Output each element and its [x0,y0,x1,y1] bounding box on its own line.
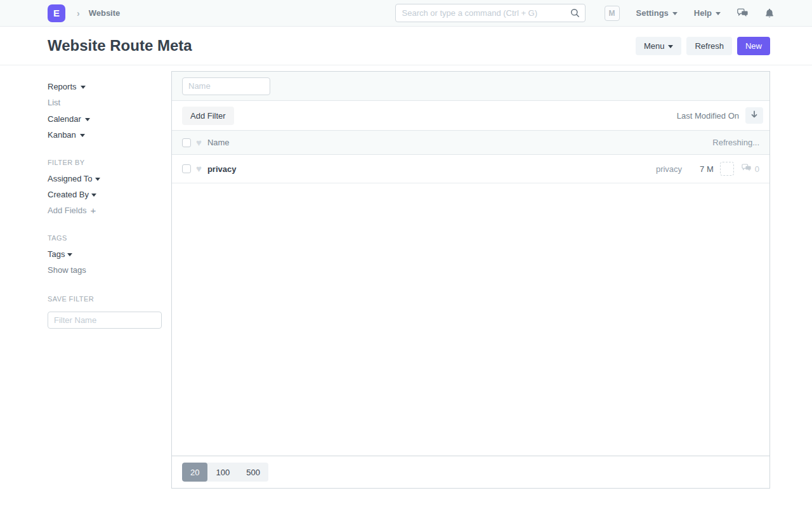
row-comment-count[interactable]: 0 [742,164,759,174]
caret-down-icon [716,12,721,15]
caret-down-icon [668,45,673,48]
navbar-right: M Settings Help [605,6,774,21]
sidebar-filter-assigned-to[interactable]: Assigned To [48,174,162,183]
sidebar-filter-created-by[interactable]: Created By [48,190,162,199]
list-empty-area [172,183,769,456]
comment-count-value: 0 [755,164,759,174]
chat-icon[interactable] [737,8,749,18]
list-header-row: ♥ Name Refreshing... [172,131,769,155]
heart-icon[interactable]: ♥ [196,138,202,147]
sidebar-item-kanban[interactable]: Kanban [48,131,162,139]
caret-down-icon [67,253,72,256]
caret-down-icon [81,86,86,89]
arrow-down-icon [750,110,758,121]
chevron-right-icon: › [77,8,80,18]
navbar: E › Website M Settings Help [0,0,812,27]
page-size-500-button[interactable]: 500 [238,463,268,482]
caret-down-icon [80,134,85,137]
bell-icon[interactable] [765,8,774,18]
new-button[interactable]: New [737,37,770,55]
created-by-label: Created By [48,190,89,199]
sidebar-item-list[interactable]: List [48,98,162,107]
reports-label: Reports [48,82,77,91]
kanban-label: Kanban [48,131,76,139]
row-meta: privacy 7 M 0 [656,162,759,176]
page-title: Website Route Meta [48,37,192,55]
caret-down-icon [672,12,678,15]
sidebar-show-tags[interactable]: Show tags [48,266,162,274]
page-actions: Menu Refresh New [636,37,770,55]
list-panel: Add Filter Last Modified On ♥ Name Refre… [171,71,770,489]
menu-button[interactable]: Menu [636,37,682,55]
search-icon [570,8,580,18]
sidebar-item-calendar[interactable]: Calendar [48,115,162,123]
name-filter-input[interactable] [182,77,270,95]
help-label: Help [694,8,712,18]
global-search[interactable] [395,4,586,22]
add-filter-button[interactable]: Add Filter [182,107,234,125]
calendar-label: Calendar [48,115,81,123]
save-filter-heading: SAVE FILTER [48,295,162,303]
sidebar-tags[interactable]: Tags [48,250,162,258]
app-logo[interactable]: E [48,4,65,22]
name-column-header[interactable]: Name [207,138,230,147]
row-route-value[interactable]: privacy [656,164,682,174]
page-size-100-button[interactable]: 100 [207,463,238,482]
select-all-checkbox[interactable] [182,138,191,147]
row-title-link[interactable]: privacy [207,164,237,174]
refresh-button[interactable]: Refresh [686,37,732,55]
filter-name-input[interactable] [48,312,162,329]
sort-field-label[interactable]: Last Modified On [677,111,739,121]
tags-label: Tags [48,250,65,258]
sort-direction-button[interactable] [745,107,763,124]
row-checkbox[interactable] [182,164,191,173]
row-assignee-placeholder[interactable] [720,162,734,176]
refreshing-status: Refreshing... [712,138,759,147]
list-footer: 20 100 500 [172,456,769,488]
settings-menu[interactable]: Settings [636,8,678,18]
page-size-selector: 20 100 500 [182,463,268,482]
page-size-20-button[interactable]: 20 [182,463,207,482]
tags-heading: TAGS [48,234,162,242]
filter-sort-row: Add Filter Last Modified On [172,101,769,131]
list-row[interactable]: ♥ privacy privacy 7 M 0 [172,155,769,183]
standard-filter-area [172,72,769,101]
settings-label: Settings [636,8,669,18]
caret-down-icon [95,178,100,181]
row-modified-value: 7 M [700,164,714,174]
sort-area: Last Modified On [677,107,763,124]
page-head: Website Route Meta Menu Refresh New [0,27,812,65]
help-menu[interactable]: Help [694,8,721,18]
comment-icon [742,164,752,174]
breadcrumb[interactable]: Website [89,8,121,18]
list-sidebar: Reports List Calendar Kanban FILTER BY A… [48,82,162,329]
add-fields-label: Add Fields [48,206,86,214]
filter-by-heading: FILTER BY [48,159,162,166]
heart-icon[interactable]: ♥ [196,164,202,173]
caret-down-icon [91,194,96,197]
sidebar-item-reports[interactable]: Reports [48,82,162,91]
search-input[interactable] [402,8,570,18]
sidebar-add-fields[interactable]: Add Fields + [48,206,162,214]
menu-button-label: Menu [644,41,665,51]
assigned-to-label: Assigned To [48,174,93,183]
plus-icon: + [90,207,96,214]
caret-down-icon [85,118,90,121]
user-avatar[interactable]: M [605,6,620,21]
